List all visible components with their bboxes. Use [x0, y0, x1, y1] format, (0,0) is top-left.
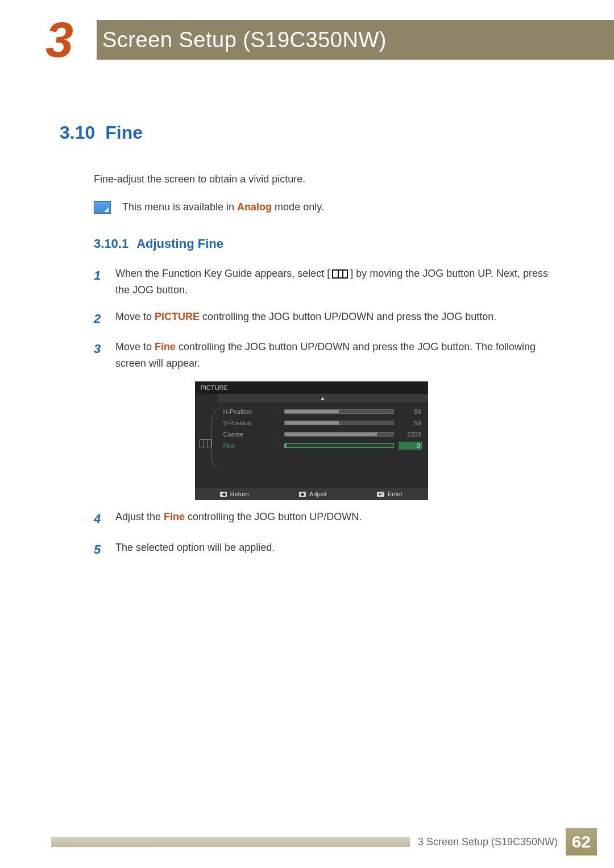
note-mode: Analog: [237, 201, 272, 213]
enter-glyph: ↵: [377, 492, 384, 497]
osd-label: Fine: [223, 442, 272, 449]
step-number: 2: [94, 309, 105, 329]
page-number: 62: [566, 828, 597, 855]
colon: :: [276, 408, 280, 416]
footer-bar: [51, 837, 410, 847]
step-text: Adjust the Fine controlling the JOG butt…: [115, 509, 563, 525]
adjust-glyph: ◆: [299, 492, 306, 497]
osd-footer-return: ◀Return: [220, 491, 249, 497]
footer-label: 3 Screen Setup (S19C350NW): [410, 836, 566, 848]
section-number: 3.10: [60, 122, 95, 143]
return-glyph: ◀: [220, 492, 227, 497]
chapter-title: Screen Setup (S19C350NW): [102, 28, 387, 52]
menu-icon: [332, 269, 348, 279]
osd-slider: [284, 443, 394, 448]
osd-footer-adjust: ◆Adjust: [299, 491, 327, 497]
step-3a: Move to: [115, 341, 155, 352]
osd-footer-enter: ↵Enter: [377, 491, 403, 497]
page-footer: 3 Screen Setup (S19C350NW) 62: [0, 828, 614, 855]
osd-value: 50: [399, 408, 422, 415]
section-intro: Fine-adjust the screen to obtain a vivid…: [94, 172, 563, 187]
osd-value: 2200: [399, 431, 422, 438]
colon: :: [276, 419, 280, 427]
spacer: [0, 14, 45, 65]
page-content: 3.10Fine Fine-adjust the screen to obtai…: [0, 65, 614, 559]
step-3-highlight: Fine: [155, 341, 176, 352]
step-1: 1 When the Function Key Guide appears, s…: [94, 265, 563, 298]
step-3: 3 Move to Fine controlling the JOG butto…: [94, 339, 563, 372]
colon: :: [276, 442, 280, 450]
osd-label: H-Position: [223, 408, 272, 415]
step-4c: controlling the JOG button UP/DOWN.: [185, 511, 362, 522]
step-4-highlight: Fine: [164, 511, 185, 522]
step-4a: Adjust the: [115, 511, 164, 522]
osd-value: 0: [399, 442, 422, 450]
osd-curve: [211, 405, 228, 474]
osd-side: [198, 405, 220, 474]
step-2a: Move to: [115, 311, 155, 322]
note-text: This menu is available in Analog mode on…: [122, 201, 324, 213]
chapter-header: 3 Screen Setup (S19C350NW): [0, 14, 614, 65]
step-text: The selected option will be applied.: [115, 539, 563, 556]
colon: :: [276, 430, 280, 438]
osd-row-hposition: H-Position : 50: [223, 406, 422, 417]
chapter-title-bar: Screen Setup (S19C350NW): [97, 20, 614, 60]
osd-title: PICTURE: [195, 381, 428, 394]
step-5: 5 The selected option will be applied.: [94, 539, 563, 559]
steps-list-cont: 4 Adjust the Fine controlling the JOG bu…: [94, 509, 563, 559]
subsection-number: 3.10.1: [94, 236, 128, 251]
note-suffix: mode only.: [272, 201, 324, 213]
step-2c: controlling the JOG button UP/DOWN and p…: [200, 311, 496, 322]
step-1a: When the Function Key Guide appears, sel…: [115, 268, 327, 279]
osd-row-coarse: Coarse : 2200: [223, 429, 422, 440]
step-3c: controlling the JOG button UP/DOWN and p…: [115, 341, 536, 369]
step-text: Move to Fine controlling the JOG button …: [115, 339, 563, 372]
note-icon: [94, 201, 111, 214]
steps-list: 1 When the Function Key Guide appears, s…: [94, 265, 563, 371]
osd-up-arrow: ▲: [218, 394, 428, 402]
chapter-number: 3: [45, 11, 73, 68]
step-2-highlight: PICTURE: [155, 311, 200, 322]
step-number: 4: [94, 509, 105, 529]
chapter-number-badge: 3: [45, 14, 91, 65]
step-text: When the Function Key Guide appears, sel…: [115, 265, 563, 298]
step-2: 2 Move to PICTURE controlling the JOG bu…: [94, 309, 563, 329]
osd-row-fine: Fine : 0: [223, 440, 422, 451]
osd-footer: ◀Return ◆Adjust ↵Enter: [195, 488, 428, 500]
subsection-title: Adjusting Fine: [136, 236, 223, 251]
note-prefix: This menu is available in: [122, 201, 237, 213]
osd-body: H-Position : 50 V-Position : 50 Coarse :…: [195, 402, 428, 488]
step-number: 3: [94, 339, 105, 359]
osd-row-vposition: V-Position : 50: [223, 417, 422, 429]
osd-value: 50: [399, 420, 422, 426]
step-4: 4 Adjust the Fine controlling the JOG bu…: [94, 509, 563, 529]
osd-panel: PICTURE ▲ H-Position : 50 V-Position : 5…: [195, 381, 428, 500]
osd-footer-enter-label: Enter: [388, 491, 403, 497]
step-text: Move to PICTURE controlling the JOG butt…: [115, 309, 563, 325]
subsection-heading: 3.10.1Adjusting Fine: [94, 236, 563, 251]
osd-slider: [284, 432, 394, 437]
osd-slider: [284, 409, 394, 414]
step-number: 5: [94, 539, 105, 559]
section-title: Fine: [105, 122, 143, 143]
osd-footer-return-label: Return: [230, 491, 249, 497]
step-number: 1: [94, 265, 105, 285]
osd-label: V-Position: [223, 420, 272, 426]
osd-label: Coarse: [223, 431, 272, 438]
section-heading: 3.10Fine: [60, 122, 563, 143]
osd-footer-adjust-label: Adjust: [309, 491, 327, 497]
osd-picture-icon: [200, 439, 212, 447]
note: This menu is available in Analog mode on…: [94, 201, 563, 214]
osd-slider: [284, 421, 394, 425]
